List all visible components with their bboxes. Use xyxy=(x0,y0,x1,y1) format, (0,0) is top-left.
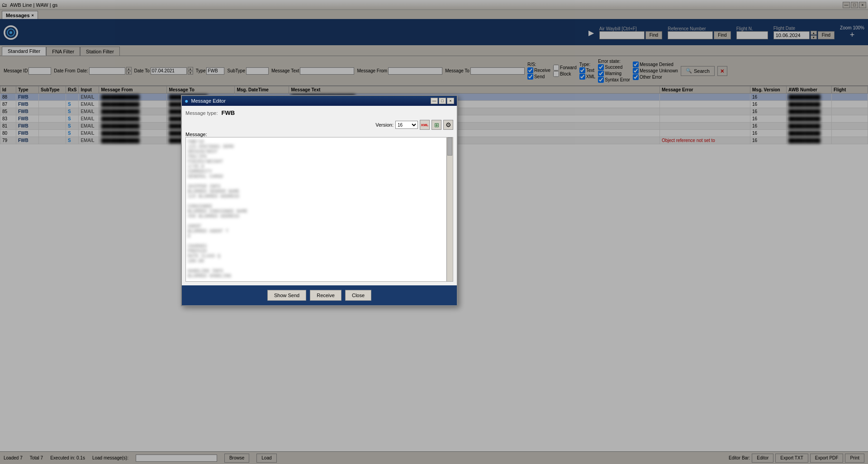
msg-type-row: Message type: FWB xyxy=(185,109,453,116)
excel-icon: ⊞ xyxy=(434,122,439,128)
msg-editor-footer: Show Send Receive Close xyxy=(182,285,457,305)
msg-editor-titlebar: ● Message Editor — □ × xyxy=(182,96,457,106)
msg-type-value: FWB xyxy=(222,109,235,116)
close-dialog-button[interactable]: Close xyxy=(345,290,371,301)
msg-message-row: Message: xyxy=(185,132,453,137)
msg-editor-titlebar-left: ● Message Editor xyxy=(185,97,226,104)
msg-version-label: Version: xyxy=(375,122,394,128)
msg-version-select[interactable]: 16 15 14 xyxy=(395,121,418,129)
msg-type-label: Message type: xyxy=(185,110,218,116)
msg-editor-body: Message type: FWB Version: 16 15 14 XML … xyxy=(182,106,457,285)
show-send-button[interactable]: Show Send xyxy=(267,290,306,301)
settings-icon: ⚙ xyxy=(446,121,451,128)
xml-icon: XML xyxy=(421,123,429,127)
msg-scrollbar[interactable] xyxy=(446,137,453,281)
msg-editor-title: Message Editor xyxy=(191,98,225,104)
msg-scrollbar-thumb xyxy=(447,137,452,156)
message-editor-dialog: ● Message Editor — □ × Message type: FWB… xyxy=(181,95,458,306)
excel-icon-button[interactable]: ⊞ xyxy=(432,120,441,130)
receive-button[interactable]: Receive xyxy=(310,290,342,301)
msg-editor-maximize-button[interactable]: □ xyxy=(439,98,446,104)
msg-editor-minimize-button[interactable]: — xyxy=(431,98,438,104)
msg-message-label: Message: xyxy=(185,132,207,137)
msg-editor-close-button[interactable]: × xyxy=(447,98,454,104)
msg-editor-controls: — □ × xyxy=(431,98,454,104)
msg-version-row: Version: 16 15 14 XML ⊞ ⚙ xyxy=(185,120,453,130)
settings-icon-button[interactable]: ⚙ xyxy=(443,120,453,130)
msg-text-area[interactable]: FWB/16 123-45678901 DEMO ORIGIN/DEST FRA… xyxy=(186,137,453,281)
msg-editor-logo-icon: ● xyxy=(185,97,188,104)
msg-text-area-container: FWB/16 123-45678901 DEMO ORIGIN/DEST FRA… xyxy=(185,137,453,282)
modal-overlay: ● Message Editor — □ × Message type: FWB… xyxy=(0,0,868,464)
xml-icon-button[interactable]: XML xyxy=(420,120,430,130)
